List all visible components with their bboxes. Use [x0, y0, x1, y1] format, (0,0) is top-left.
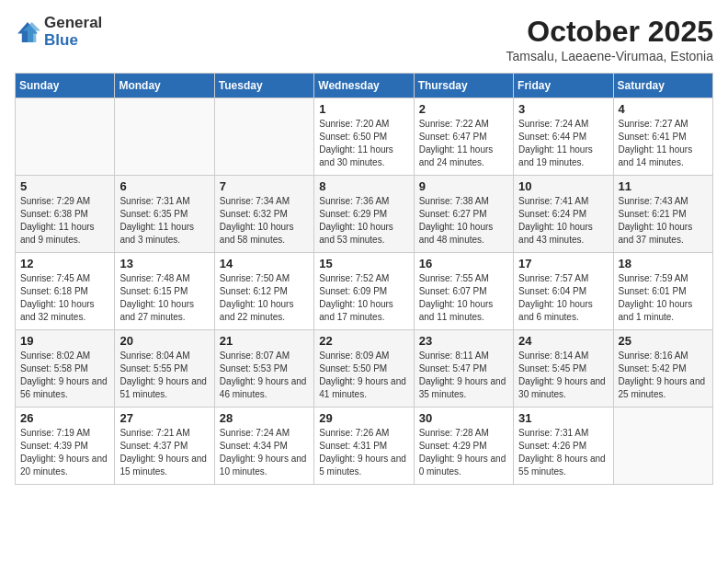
calendar-cell: 3Sunrise: 7:24 AM Sunset: 6:44 PM Daylig…: [514, 98, 613, 176]
calendar-cell: 29Sunrise: 7:26 AM Sunset: 4:31 PM Dayli…: [314, 408, 414, 485]
calendar-cell: 24Sunrise: 8:14 AM Sunset: 5:45 PM Dayli…: [514, 330, 613, 408]
day-info: Sunrise: 7:20 AM Sunset: 6:50 PM Dayligh…: [319, 118, 408, 169]
calendar-cell: 8Sunrise: 7:36 AM Sunset: 6:29 PM Daylig…: [314, 176, 414, 253]
calendar-cell: 31Sunrise: 7:31 AM Sunset: 4:26 PM Dayli…: [514, 408, 613, 485]
day-number: 31: [518, 411, 608, 425]
calendar-cell: 15Sunrise: 7:52 AM Sunset: 6:09 PM Dayli…: [314, 253, 414, 330]
page-header: General Blue October 2025 Tamsalu, Laeae…: [15, 15, 713, 63]
day-number: 15: [319, 257, 408, 270]
day-info: Sunrise: 8:11 AM Sunset: 5:47 PM Dayligh…: [419, 350, 508, 401]
day-info: Sunrise: 7:21 AM Sunset: 4:37 PM Dayligh…: [119, 427, 209, 478]
calendar-cell: 27Sunrise: 7:21 AM Sunset: 4:37 PM Dayli…: [115, 408, 214, 485]
week-row-4: 19Sunrise: 8:02 AM Sunset: 5:58 PM Dayli…: [16, 330, 713, 408]
day-number: 10: [518, 179, 608, 193]
day-info: Sunrise: 7:41 AM Sunset: 6:24 PM Dayligh…: [518, 195, 608, 247]
calendar-cell: 11Sunrise: 7:43 AM Sunset: 6:21 PM Dayli…: [613, 176, 712, 253]
calendar-cell: 17Sunrise: 7:57 AM Sunset: 6:04 PM Dayli…: [514, 253, 613, 330]
calendar-cell: 18Sunrise: 7:59 AM Sunset: 6:01 PM Dayli…: [613, 253, 712, 330]
day-info: Sunrise: 7:57 AM Sunset: 6:04 PM Dayligh…: [518, 272, 608, 324]
calendar-cell: 28Sunrise: 7:24 AM Sunset: 4:34 PM Dayli…: [214, 408, 313, 485]
week-row-1: 1Sunrise: 7:20 AM Sunset: 6:50 PM Daylig…: [16, 98, 713, 176]
header-day-monday: Monday: [115, 74, 214, 98]
day-number: 16: [419, 257, 508, 270]
day-info: Sunrise: 8:09 AM Sunset: 5:50 PM Dayligh…: [319, 350, 408, 401]
week-row-3: 12Sunrise: 7:45 AM Sunset: 6:18 PM Dayli…: [16, 253, 713, 330]
day-info: Sunrise: 7:27 AM Sunset: 6:41 PM Dayligh…: [619, 118, 708, 169]
header-day-wednesday: Wednesday: [314, 74, 414, 98]
day-number: 13: [119, 257, 209, 270]
calendar-cell: 4Sunrise: 7:27 AM Sunset: 6:41 PM Daylig…: [613, 98, 712, 176]
day-info: Sunrise: 7:50 AM Sunset: 6:12 PM Dayligh…: [220, 272, 309, 324]
day-number: 22: [319, 334, 408, 348]
day-info: Sunrise: 8:02 AM Sunset: 5:58 PM Dayligh…: [20, 350, 109, 401]
calendar-cell: 26Sunrise: 7:19 AM Sunset: 4:39 PM Dayli…: [16, 408, 115, 485]
day-number: 19: [20, 334, 109, 348]
day-info: Sunrise: 7:24 AM Sunset: 4:34 PM Dayligh…: [220, 427, 309, 478]
logo-general-text: General: [44, 15, 102, 32]
day-info: Sunrise: 7:45 AM Sunset: 6:18 PM Dayligh…: [20, 272, 109, 324]
day-number: 5: [20, 179, 109, 193]
calendar-cell: [115, 98, 214, 176]
day-number: 25: [619, 334, 708, 348]
day-info: Sunrise: 8:07 AM Sunset: 5:53 PM Dayligh…: [220, 350, 309, 401]
calendar-cell: 22Sunrise: 8:09 AM Sunset: 5:50 PM Dayli…: [314, 330, 414, 408]
calendar-cell: [16, 98, 115, 176]
day-number: 20: [119, 334, 209, 348]
calendar-cell: 5Sunrise: 7:29 AM Sunset: 6:38 PM Daylig…: [16, 176, 115, 253]
day-number: 21: [220, 334, 309, 348]
day-info: Sunrise: 7:52 AM Sunset: 6:09 PM Dayligh…: [319, 272, 408, 324]
calendar-cell: 6Sunrise: 7:31 AM Sunset: 6:35 PM Daylig…: [115, 176, 214, 253]
calendar-cell: 12Sunrise: 7:45 AM Sunset: 6:18 PM Dayli…: [16, 253, 115, 330]
day-number: 11: [619, 179, 708, 193]
day-number: 9: [419, 179, 508, 193]
day-info: Sunrise: 8:14 AM Sunset: 5:45 PM Dayligh…: [518, 350, 608, 401]
calendar-cell: 30Sunrise: 7:28 AM Sunset: 4:29 PM Dayli…: [414, 408, 513, 485]
calendar-cell: 2Sunrise: 7:22 AM Sunset: 6:47 PM Daylig…: [414, 98, 513, 176]
calendar-cell: 21Sunrise: 8:07 AM Sunset: 5:53 PM Dayli…: [214, 330, 313, 408]
day-info: Sunrise: 7:31 AM Sunset: 4:26 PM Dayligh…: [518, 427, 608, 478]
calendar-cell: 25Sunrise: 8:16 AM Sunset: 5:42 PM Dayli…: [613, 330, 712, 408]
week-row-2: 5Sunrise: 7:29 AM Sunset: 6:38 PM Daylig…: [16, 176, 713, 253]
calendar-header: SundayMondayTuesdayWednesdayThursdayFrid…: [16, 74, 713, 98]
day-info: Sunrise: 7:28 AM Sunset: 4:29 PM Dayligh…: [419, 427, 508, 478]
day-number: 28: [220, 411, 309, 425]
title-block: October 2025 Tamsalu, Laeaene-Virumaa, E…: [506, 15, 713, 63]
day-number: 30: [419, 411, 508, 425]
calendar-cell: [613, 408, 712, 485]
calendar-cell: 1Sunrise: 7:20 AM Sunset: 6:50 PM Daylig…: [314, 98, 414, 176]
header-day-saturday: Saturday: [613, 74, 712, 98]
day-number: 24: [518, 334, 608, 348]
day-info: Sunrise: 7:48 AM Sunset: 6:15 PM Dayligh…: [119, 272, 209, 324]
day-info: Sunrise: 7:31 AM Sunset: 6:35 PM Dayligh…: [119, 195, 209, 247]
day-number: 23: [419, 334, 508, 348]
day-info: Sunrise: 7:55 AM Sunset: 6:07 PM Dayligh…: [419, 272, 508, 324]
week-row-5: 26Sunrise: 7:19 AM Sunset: 4:39 PM Dayli…: [16, 408, 713, 485]
day-info: Sunrise: 7:36 AM Sunset: 6:29 PM Dayligh…: [319, 195, 408, 247]
day-number: 18: [619, 257, 708, 270]
day-info: Sunrise: 7:19 AM Sunset: 4:39 PM Dayligh…: [20, 427, 109, 478]
calendar-cell: 20Sunrise: 8:04 AM Sunset: 5:55 PM Dayli…: [115, 330, 214, 408]
day-info: Sunrise: 7:59 AM Sunset: 6:01 PM Dayligh…: [619, 272, 708, 324]
header-day-thursday: Thursday: [414, 74, 513, 98]
day-number: 27: [119, 411, 209, 425]
day-number: 29: [319, 411, 408, 425]
day-number: 1: [319, 102, 408, 116]
calendar-cell: 16Sunrise: 7:55 AM Sunset: 6:07 PM Dayli…: [414, 253, 513, 330]
day-number: 17: [518, 257, 608, 270]
header-row: SundayMondayTuesdayWednesdayThursdayFrid…: [16, 74, 713, 98]
day-number: 7: [220, 179, 309, 193]
day-number: 4: [619, 102, 708, 116]
calendar-body: 1Sunrise: 7:20 AM Sunset: 6:50 PM Daylig…: [16, 98, 713, 485]
day-info: Sunrise: 7:38 AM Sunset: 6:27 PM Dayligh…: [419, 195, 508, 247]
day-info: Sunrise: 7:24 AM Sunset: 6:44 PM Dayligh…: [518, 118, 608, 169]
calendar-cell: [214, 98, 313, 176]
calendar-table: SundayMondayTuesdayWednesdayThursdayFrid…: [15, 73, 713, 485]
header-day-friday: Friday: [514, 74, 613, 98]
day-info: Sunrise: 8:16 AM Sunset: 5:42 PM Dayligh…: [619, 350, 708, 401]
calendar-cell: 23Sunrise: 8:11 AM Sunset: 5:47 PM Dayli…: [414, 330, 513, 408]
calendar-cell: 9Sunrise: 7:38 AM Sunset: 6:27 PM Daylig…: [414, 176, 513, 253]
day-number: 2: [419, 102, 508, 116]
logo-icon: [15, 19, 40, 45]
location-title: Tamsalu, Laeaene-Virumaa, Estonia: [506, 49, 713, 63]
day-number: 6: [119, 179, 209, 193]
